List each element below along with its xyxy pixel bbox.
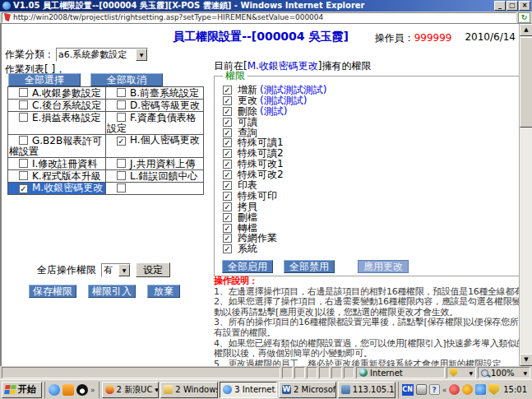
checkbox[interactable] (117, 100, 126, 109)
qq-tray-icon[interactable] (449, 384, 460, 395)
address-input[interactable]: http://win2008/tw/projectlist/rightsetti… (2, 12, 516, 23)
printer-icon[interactable] (416, 384, 427, 395)
checkbox[interactable] (19, 159, 28, 168)
operation-cell[interactable]: L.錯誤回饋中心 (106, 170, 204, 183)
checkbox[interactable]: ✓ (223, 149, 232, 158)
start-button[interactable]: 开始 (2, 382, 42, 398)
close-button[interactable]: × (519, 1, 530, 11)
checkbox[interactable]: ✓ (223, 118, 232, 127)
protected-mode-pane[interactable]: ▼ (446, 367, 476, 378)
task-button[interactable]: 3 Internet...▼ (220, 382, 277, 398)
checkbox[interactable]: ✓ (223, 181, 232, 190)
checkbox[interactable] (19, 171, 28, 180)
chevron-down-icon[interactable]: ▼ (136, 49, 147, 61)
select-all-button[interactable]: 全部選擇 (8, 73, 81, 86)
operation-cell[interactable]: E.損益表格設定 (8, 112, 106, 135)
checkbox[interactable] (19, 113, 28, 122)
checkbox[interactable] (19, 100, 28, 109)
operator-id: 999999 (414, 32, 452, 44)
language-indicator[interactable]: CN (402, 384, 414, 396)
checkbox[interactable] (19, 136, 28, 145)
vertical-scrollbar[interactable]: ▲ ▼ (519, 24, 532, 366)
operation-cell[interactable]: B.前臺系統設定 (106, 87, 204, 100)
permission-row[interactable]: ✓特殊可印 (221, 191, 519, 202)
operation-cell[interactable]: K.程式版本升級 (8, 170, 106, 183)
checkbox[interactable]: ✓ (223, 202, 232, 211)
store-permission-select[interactable]: 有 ▼ (101, 263, 131, 277)
page-action-icon[interactable]: ↻ (518, 12, 530, 23)
task-button[interactable]: 2 新浪UC▼ (102, 382, 160, 398)
operation-cell[interactable]: ✓H.個人密碼更改 (106, 135, 204, 158)
operation-cell[interactable]: G.B2B報表許可權設置 (8, 135, 106, 158)
scroll-down-icon[interactable]: ▼ (520, 354, 532, 366)
chevron-down-icon[interactable]: ▼ (523, 370, 527, 376)
zoom-pane[interactable]: 100% ▼ (478, 367, 530, 378)
task-button[interactable]: 2 Windows ...▼ (160, 382, 218, 398)
scroll-thumb[interactable] (520, 37, 532, 128)
checkbox[interactable]: ✓ (223, 160, 232, 169)
chevron-down-icon[interactable]: ▼ (469, 370, 473, 376)
operation-cell[interactable]: A.收銀參數設定 (8, 87, 106, 100)
apply-changes-button[interactable]: 應用更改 (358, 260, 409, 273)
checkbox[interactable] (19, 88, 28, 97)
table-row: A.收銀參數設定B.前臺系統設定 (8, 87, 204, 100)
checkbox[interactable]: ✓ (223, 138, 232, 147)
checkbox[interactable]: ✓ (223, 192, 232, 201)
task-label: 113.105.131... (353, 385, 396, 394)
checkbox[interactable]: ✓ (223, 170, 232, 179)
operation-cell[interactable]: F.資產負債表格設定 (106, 112, 204, 135)
help-icon[interactable]: ? (429, 384, 440, 395)
checkbox[interactable] (117, 171, 126, 180)
operation-cell[interactable]: I.修改註冊資料 (8, 158, 106, 170)
checkbox[interactable]: ✓ (223, 224, 232, 233)
save-permissions-button[interactable]: 保存權限 (29, 285, 76, 298)
scroll-up-icon[interactable]: ▲ (520, 24, 532, 36)
clock[interactable]: 15:01 (503, 385, 527, 394)
import-permissions-button[interactable]: 權限引入 (88, 285, 136, 298)
operation-cell[interactable]: D.密碼等級更改 (106, 100, 204, 112)
checkbox[interactable]: ✓ (223, 244, 232, 253)
messenger-tray-icon[interactable] (475, 384, 486, 395)
security-shield-icon[interactable] (488, 384, 499, 395)
checkbox[interactable]: ✓ (223, 234, 232, 243)
disable-all-button[interactable]: 全部禁用 (284, 260, 335, 273)
checkbox[interactable]: ✓ (223, 128, 232, 137)
category-select[interactable]: a6.系統參數設定 ▼ (56, 48, 148, 62)
permission-row[interactable]: ✓跨網作業 (221, 233, 519, 244)
maximize-button[interactable]: □ (507, 1, 518, 11)
checkbox[interactable] (117, 183, 126, 193)
checkbox[interactable]: ✓ (223, 213, 232, 222)
task-label: 2 Microsof... (294, 385, 336, 394)
discard-button[interactable]: 放棄 (147, 285, 180, 298)
checkbox[interactable]: ✓ (19, 184, 28, 193)
chevron-down-icon[interactable]: ▼ (118, 264, 130, 276)
checkbox[interactable] (117, 88, 126, 97)
cancel-all-button[interactable]: 全部取消 (90, 73, 163, 86)
minimize-button[interactable]: _ (494, 1, 506, 11)
checkbox[interactable] (117, 159, 126, 168)
overflow-chevron-icon[interactable]: » (90, 386, 95, 394)
tray-chevron-icon[interactable]: « (442, 386, 447, 394)
operation-cell[interactable]: J.共用資料上傳 (106, 158, 204, 170)
chevron-down-icon[interactable]: ▼ (155, 387, 159, 392)
checkbox[interactable]: ✓ (223, 107, 232, 116)
operation-cell[interactable]: C.後台系統設定 (8, 100, 106, 112)
operation-cell[interactable]: ✓M.收銀密碼更改 (8, 183, 106, 195)
permission-row[interactable]: ✓刪檔 (221, 212, 519, 223)
checkbox[interactable] (117, 113, 126, 122)
task-button[interactable]: W2 Microsof...▼ (279, 382, 336, 398)
set-button[interactable]: 设定 (136, 262, 170, 277)
wangwang-tray-icon[interactable] (462, 384, 473, 395)
permission-row[interactable]: ✓特殊可改2 (221, 169, 519, 180)
task-button[interactable]: 113.105.131...▼ (338, 382, 396, 398)
wangwang-icon[interactable] (62, 384, 74, 396)
operation-cell[interactable] (106, 183, 204, 195)
permission-row[interactable]: ✓刪除(測試) (221, 106, 519, 117)
checkbox[interactable]: ✓ (223, 96, 232, 105)
enable-all-button[interactable]: 全部启用 (222, 260, 273, 273)
ie-quicklaunch-icon[interactable] (49, 384, 60, 396)
checkbox[interactable]: ✓ (117, 137, 126, 146)
checkbox[interactable]: ✓ (223, 86, 232, 95)
operation-label: I.修改註冊資料 (32, 158, 97, 169)
qq-icon[interactable] (76, 384, 88, 396)
